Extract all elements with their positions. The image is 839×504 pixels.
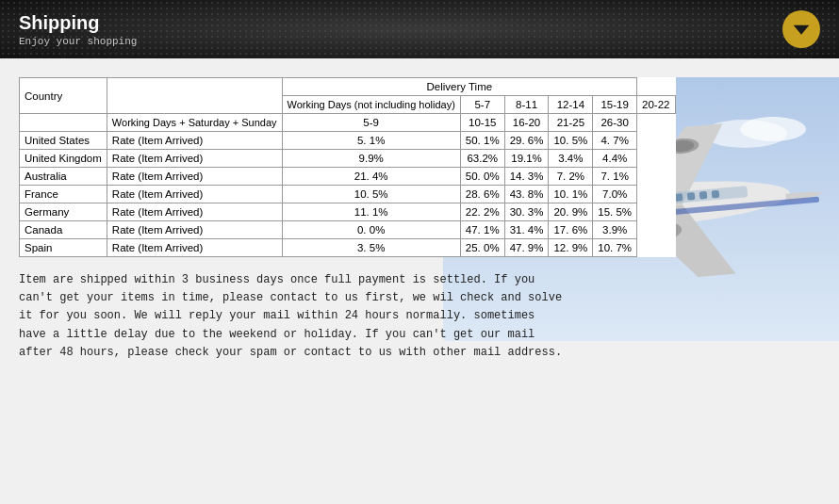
day-range-cell: 8-11	[504, 96, 549, 114]
table-row: GermanyRate (Item Arrived)11. 1%22. 2%30…	[20, 203, 676, 221]
country-cell: United Kingdom	[20, 150, 107, 168]
table-row: AustraliaRate (Item Arrived)21. 4%50. 0%…	[20, 168, 676, 186]
working-days-sat-sun-header: Working Days + Saturday + Sunday	[107, 114, 282, 132]
country-cell: Germany	[20, 203, 107, 221]
day-range-cell: 20-22	[637, 96, 675, 114]
day-range-cell: 12-14	[549, 96, 593, 114]
header-title-block: Shipping Enjoy your shopping	[19, 12, 137, 47]
table-row: FranceRate (Item Arrived)10. 5%28. 6%43.…	[20, 186, 676, 203]
rate-cell: 12. 9%	[549, 239, 593, 257]
shipping-table: CountryDelivery TimeWorking Days (not in…	[19, 77, 676, 257]
type-cell: Rate (Item Arrived)	[107, 203, 282, 221]
type-cell: Rate (Item Arrived)	[107, 186, 282, 203]
rate-cell: 3.9%	[593, 221, 637, 239]
rate-cell: 25. 0%	[460, 239, 504, 257]
day-range2-cell: 16-20	[504, 114, 549, 132]
type-col-header	[107, 78, 282, 114]
page-title: Shipping	[19, 12, 137, 34]
rate-cell: 5. 1%	[282, 132, 460, 150]
rate-cell: 10. 7%	[593, 239, 637, 257]
country-col-header: Country	[20, 78, 107, 114]
rate-cell: 15. 5%	[593, 203, 637, 221]
rate-cell: 10. 5%	[282, 186, 460, 203]
type-cell: Rate (Item Arrived)	[107, 150, 282, 168]
main-content: CountryDelivery TimeWorking Days (not in…	[0, 58, 839, 504]
rate-cell: 28. 6%	[460, 186, 504, 203]
country-cell: France	[20, 186, 107, 203]
rate-cell: 7. 1%	[593, 168, 637, 186]
rate-cell: 29. 6%	[504, 132, 549, 150]
rate-cell: 20. 9%	[549, 203, 593, 221]
rate-cell: 21. 4%	[282, 168, 460, 186]
rate-cell: 50. 1%	[460, 132, 504, 150]
rate-cell: 10. 1%	[549, 186, 593, 203]
country-cell: United States	[20, 132, 107, 150]
rate-cell: 19.1%	[504, 150, 549, 168]
day-range2-cell: 26-30	[593, 114, 637, 132]
rate-cell: 0. 0%	[282, 221, 460, 239]
country-cell: Canada	[20, 221, 107, 239]
rate-cell: 47. 1%	[460, 221, 504, 239]
page-header: Shipping Enjoy your shopping	[0, 0, 839, 58]
table-row: United KingdomRate (Item Arrived)9.9%63.…	[20, 150, 676, 168]
rate-cell: 30. 3%	[504, 203, 549, 221]
chevron-down-icon	[792, 20, 811, 39]
rate-cell: 7.0%	[593, 186, 637, 203]
country-cell: Australia	[20, 168, 107, 186]
table-row: SpainRate (Item Arrived)3. 5%25. 0%47. 9…	[20, 239, 676, 257]
day-range-cell: 5-7	[460, 96, 504, 114]
working-days-holiday-header: Working Days (not including holiday)	[282, 96, 460, 114]
rate-cell: 7. 2%	[549, 168, 593, 186]
shipping-description: Item are shipped within 3 business days …	[19, 271, 566, 362]
day-range-cell: 15-19	[593, 96, 637, 114]
day-range2-cell: 10-15	[460, 114, 504, 132]
svg-marker-0	[794, 25, 810, 35]
table-row: United StatesRate (Item Arrived)5. 1%50.…	[20, 132, 676, 150]
day-range2-cell: 5-9	[282, 114, 460, 132]
rate-cell: 31. 4%	[504, 221, 549, 239]
left-content: CountryDelivery TimeWorking Days (not in…	[19, 77, 820, 495]
rate-cell: 47. 9%	[504, 239, 549, 257]
day-range2-cell: 21-25	[549, 114, 593, 132]
type-cell: Rate (Item Arrived)	[107, 239, 282, 257]
rate-cell: 3.4%	[549, 150, 593, 168]
rate-cell: 4. 7%	[593, 132, 637, 150]
country-cell: Spain	[20, 239, 107, 257]
rate-cell: 10. 5%	[549, 132, 593, 150]
empty-country-cell	[20, 114, 107, 132]
header-icon-button[interactable]	[782, 10, 820, 48]
rate-cell: 63.2%	[460, 150, 504, 168]
rate-cell: 9.9%	[282, 150, 460, 168]
delivery-time-header: Delivery Time	[282, 78, 637, 96]
type-cell: Rate (Item Arrived)	[107, 221, 282, 239]
rate-cell: 22. 2%	[460, 203, 504, 221]
rate-cell: 17. 6%	[549, 221, 593, 239]
rate-cell: 4.4%	[593, 150, 637, 168]
rate-cell: 14. 3%	[504, 168, 549, 186]
type-cell: Rate (Item Arrived)	[107, 168, 282, 186]
rate-cell: 50. 0%	[460, 168, 504, 186]
type-cell: Rate (Item Arrived)	[107, 132, 282, 150]
rate-cell: 11. 1%	[282, 203, 460, 221]
page-subtitle: Enjoy your shopping	[19, 36, 137, 47]
rate-cell: 43. 8%	[504, 186, 549, 203]
rate-cell: 3. 5%	[282, 239, 460, 257]
table-row: CanadaRate (Item Arrived)0. 0%47. 1%31. …	[20, 221, 676, 239]
